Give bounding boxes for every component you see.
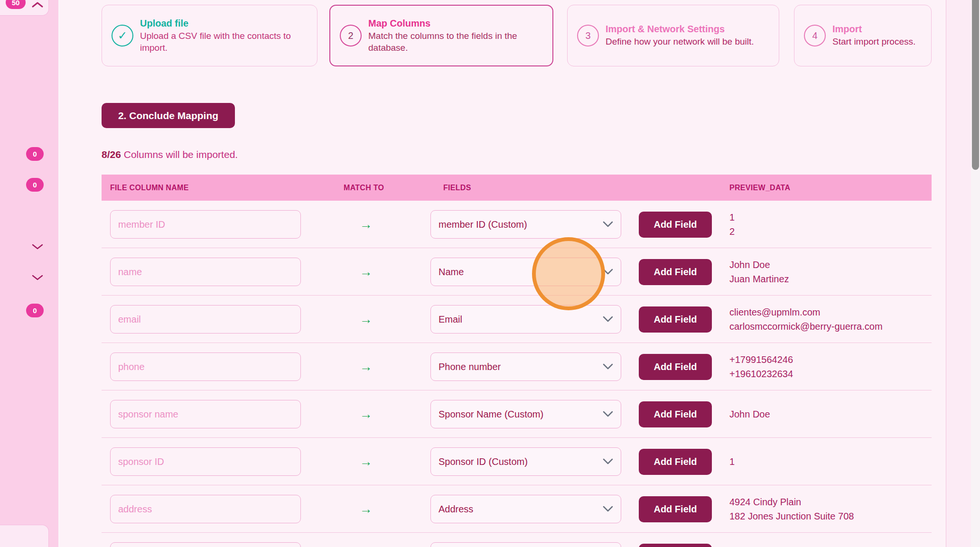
field-select[interactable] bbox=[430, 542, 621, 547]
step-number-circle: 3 bbox=[577, 25, 599, 46]
file-column-input[interactable] bbox=[110, 258, 301, 286]
add-field-button[interactable]: Add Field bbox=[639, 306, 712, 333]
zero-badge: 0 bbox=[26, 178, 44, 192]
field-select-value: Address bbox=[439, 504, 603, 515]
file-column-input[interactable] bbox=[110, 400, 301, 428]
chevron-down-icon bbox=[603, 458, 613, 465]
field-select[interactable]: Sponsor ID (Custom) bbox=[430, 447, 621, 476]
field-select-value: Name bbox=[439, 267, 603, 278]
mapping-table-body: → member ID (Custom) Add Field 12 → Name… bbox=[102, 201, 932, 547]
arrow-right-icon: → bbox=[352, 485, 380, 533]
add-field-button[interactable]: Add Field bbox=[639, 544, 712, 547]
import-summary-text: Columns will be imported. bbox=[124, 149, 238, 160]
step-card-4[interactable]: 4 Import Start import process. bbox=[794, 5, 932, 66]
chevron-up-icon[interactable] bbox=[31, 1, 44, 10]
header-file-column-name: FILE COLUMN NAME bbox=[110, 175, 189, 201]
field-select[interactable]: Sponsor Name (Custom) bbox=[430, 400, 621, 428]
preview-data: 4924 Cindy Plain182 Jones Junction Suite… bbox=[729, 485, 854, 533]
preview-data: 1 bbox=[729, 438, 735, 485]
chevron-down-icon bbox=[603, 363, 613, 370]
preview-data: 12 bbox=[729, 201, 735, 248]
add-field-button[interactable]: Add Field bbox=[639, 401, 712, 427]
add-field-button[interactable]: Add Field bbox=[639, 259, 712, 285]
arrow-right-icon: → bbox=[352, 248, 380, 296]
chevron-down-icon[interactable] bbox=[31, 274, 44, 283]
chevron-down-icon bbox=[603, 316, 613, 323]
sidebar-top-panel: 50 bbox=[0, 0, 49, 16]
step-card-1[interactable]: ✓ Upload file Upload a CSV file with the… bbox=[102, 5, 317, 66]
step-title: Upload file bbox=[140, 18, 312, 29]
file-column-input[interactable] bbox=[110, 495, 301, 523]
step-card-2[interactable]: 2 Map Columns Match the columns to the f… bbox=[329, 5, 553, 66]
table-row: → member ID (Custom) Add Field 12 bbox=[102, 201, 932, 248]
sidebar: 50 0 0 0 bbox=[0, 0, 60, 547]
step-description: Start import process. bbox=[832, 36, 915, 47]
step-title: Import bbox=[832, 24, 915, 35]
field-select-value: Sponsor ID (Custom) bbox=[439, 456, 603, 467]
file-column-input[interactable] bbox=[110, 352, 301, 381]
preview-data: John DoeJuan Martinez bbox=[729, 248, 789, 296]
step-number-circle: 4 bbox=[804, 25, 826, 46]
header-match-to: MATCH TO bbox=[344, 175, 384, 201]
field-select[interactable]: Email bbox=[430, 305, 621, 334]
count-badge: 50 bbox=[6, 0, 26, 9]
step-card-3[interactable]: 3 Import & Network Settings Define how y… bbox=[567, 5, 779, 66]
file-column-input[interactable] bbox=[110, 447, 301, 476]
right-gutter bbox=[946, 0, 971, 547]
sidebar-bottom-panel bbox=[0, 525, 49, 547]
add-field-button[interactable]: Add Field bbox=[639, 496, 712, 522]
arrow-right-icon: → bbox=[352, 201, 380, 248]
arrow-right-icon: → bbox=[352, 390, 380, 438]
table-row: → Address Add Field 4924 Cindy Plain182 … bbox=[102, 485, 932, 533]
add-field-button[interactable]: Add Field bbox=[639, 354, 712, 380]
file-column-input[interactable] bbox=[110, 542, 301, 547]
content-divider bbox=[946, 0, 946, 547]
chevron-down-icon[interactable] bbox=[31, 243, 44, 252]
conclude-mapping-button[interactable]: 2. Conclude Mapping bbox=[102, 103, 235, 128]
add-field-button[interactable]: Add Field bbox=[639, 212, 712, 238]
step-description: Match the columns to the fields in the d… bbox=[368, 30, 548, 54]
field-select-value: Sponsor Name (Custom) bbox=[439, 409, 603, 420]
import-wizard-screen: 50 0 0 0 ✓ Upload file Upload a CSV file… bbox=[0, 0, 980, 547]
add-field-button[interactable]: Add Field bbox=[639, 449, 712, 475]
scrollbar-thumb[interactable] bbox=[972, 0, 979, 170]
field-select[interactable]: Address bbox=[430, 495, 621, 523]
field-select-value: Phone number bbox=[439, 362, 603, 372]
preview-data: John Doe bbox=[729, 390, 770, 438]
preview-data: +17991564246+19610232634 bbox=[729, 343, 793, 390]
step-title: Import & Network Settings bbox=[606, 24, 754, 35]
step-number-circle: ✓ bbox=[112, 25, 133, 46]
table-row: → Email Add Field clientes@upmlm.comcarl… bbox=[102, 296, 932, 343]
header-preview-data: PREVIEW_DATA bbox=[729, 175, 790, 201]
field-select[interactable]: Phone number bbox=[430, 352, 621, 381]
arrow-right-icon: → bbox=[352, 438, 380, 485]
field-select-value: Email bbox=[439, 314, 603, 325]
field-select-value: member ID (Custom) bbox=[439, 219, 603, 230]
field-select[interactable]: Name bbox=[430, 258, 621, 286]
chevron-down-icon bbox=[603, 269, 613, 275]
file-column-input[interactable] bbox=[110, 210, 301, 239]
preview-data: clientes@upmlm.comcarlosmccormick@berry-… bbox=[729, 296, 883, 343]
step-description: Define how your network will be built. bbox=[606, 36, 754, 47]
table-row: → Phone number Add Field +17991564246+19… bbox=[102, 343, 932, 390]
step-title: Map Columns bbox=[368, 18, 548, 29]
zero-badge: 0 bbox=[26, 304, 44, 317]
arrow-right-icon: → bbox=[352, 343, 380, 390]
chevron-down-icon bbox=[603, 221, 613, 228]
table-row: → Sponsor Name (Custom) Add Field John D… bbox=[102, 390, 932, 438]
field-select[interactable]: member ID (Custom) bbox=[430, 210, 621, 239]
chevron-down-icon bbox=[603, 506, 613, 512]
step-description: Upload a CSV file with the contacts to i… bbox=[140, 30, 312, 54]
mapping-table-header: FILE COLUMN NAME MATCH TO FIELDS PREVIEW… bbox=[102, 175, 932, 201]
table-row: → Add Field bbox=[102, 533, 932, 547]
chevron-down-icon bbox=[603, 411, 613, 417]
header-fields: FIELDS bbox=[443, 175, 471, 201]
file-column-input[interactable] bbox=[110, 305, 301, 334]
table-row: → Name Add Field John DoeJuan Martinez bbox=[102, 248, 932, 296]
zero-badge: 0 bbox=[26, 147, 44, 161]
import-count: 8/26 bbox=[102, 149, 121, 160]
table-row: → Sponsor ID (Custom) Add Field 1 bbox=[102, 438, 932, 485]
arrow-right-icon: → bbox=[352, 533, 380, 547]
import-summary: 8/26 Columns will be imported. bbox=[102, 149, 238, 160]
step-number-circle: 2 bbox=[340, 25, 362, 46]
